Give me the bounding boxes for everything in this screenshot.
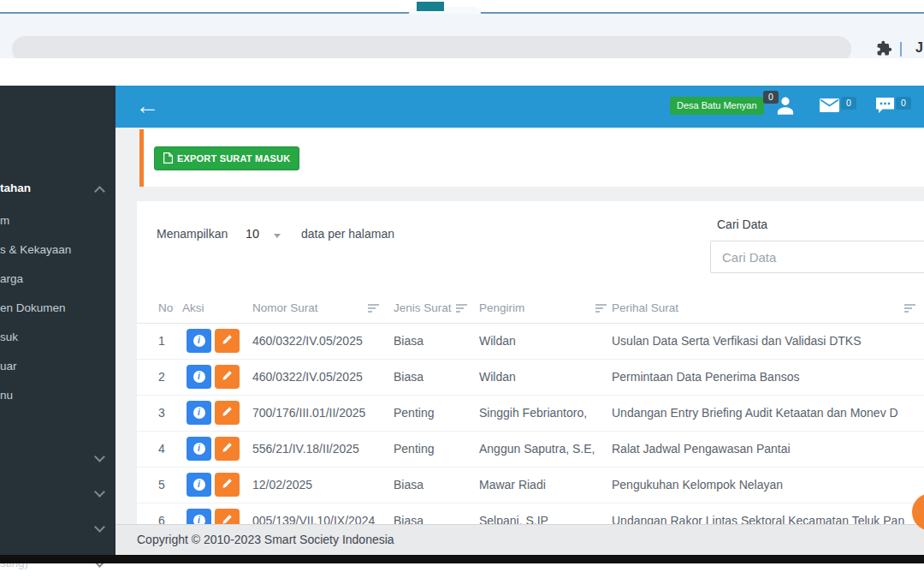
export-panel: EXPORT SURAT MASUK — [139, 129, 924, 187]
cell-nomor: 005/139/VII.10/IX/2024 — [252, 514, 375, 524]
table-row: 1 i 460/0322/IV.05/2025 Biasa Wildan Usu… — [137, 323, 924, 360]
table-row: 2 i 460/0322/IV.05/2025 Biasa Wildan Per… — [137, 359, 924, 396]
row-number: 1 — [158, 334, 165, 348]
village-badge[interactable]: Desa Batu Menyan — [670, 97, 764, 115]
pencil-icon — [222, 370, 233, 384]
show-suffix-label: data per halaman — [301, 227, 394, 241]
bookmarks-bar: S — [0, 58, 924, 79]
sidebar-item[interactable]: uar — [0, 358, 17, 375]
cell-pengirim: Selpani, S.IP — [479, 514, 548, 524]
export-surat-masuk-button[interactable]: EXPORT SURAT MASUK — [154, 146, 299, 170]
sidebar-item[interactable]: en Dokumen — [0, 300, 66, 317]
detail-button[interactable]: i — [187, 473, 211, 497]
show-prefix-label: Menampilkan — [157, 227, 228, 241]
cell-perihal: Pengukuhan Kelompok Nelayan — [612, 478, 783, 492]
cell-pengirim: Mawar Riadi — [479, 478, 546, 492]
detail-button[interactable]: i — [187, 365, 211, 389]
cell-pengirim: Wildan — [479, 370, 516, 384]
cell-nomor: 460/0322/IV.05/2025 — [252, 370, 363, 384]
info-icon: i — [193, 407, 205, 419]
edit-button[interactable] — [215, 473, 240, 497]
window-bottom-edge — [0, 555, 924, 563]
detail-button[interactable]: i — [187, 401, 211, 425]
table-row: 4 i 556/21/IV.18/II/2025 Penting Anggun … — [137, 431, 924, 468]
chat-count-badge[interactable]: 0 — [896, 97, 911, 110]
row-number: 6 — [158, 514, 165, 524]
sidebar-item[interactable]: tahan — [0, 180, 31, 197]
col-header-aksi[interactable]: Aksi — [182, 301, 204, 314]
cell-perihal: Undangan Rakor Lintas Sektoral Kecamatan… — [612, 514, 904, 524]
caret-down-icon — [274, 234, 281, 238]
sidebar-item[interactable]: suk — [0, 329, 18, 346]
sidebar-item[interactable]: m — [0, 212, 9, 229]
cell-perihal: Ralat Jadwal Pengawasan Pantai — [612, 442, 791, 456]
sidebar-item[interactable]: s & Kekayaan — [0, 241, 71, 259]
cell-jenis: Penting — [394, 442, 434, 456]
user-count-badge[interactable]: 0 — [763, 91, 779, 104]
cell-jenis: Biasa — [394, 334, 424, 348]
cell-pengirim: Wildan — [479, 334, 516, 348]
col-header-nomor[interactable]: Nomor Surat — [252, 301, 318, 314]
detail-button[interactable]: i — [187, 329, 211, 353]
sort-icon[interactable] — [595, 304, 607, 314]
profile-avatar[interactable]: J — [915, 40, 923, 56]
edit-button[interactable] — [215, 365, 240, 389]
edit-button[interactable] — [215, 509, 240, 524]
row-number: 3 — [158, 406, 165, 420]
pencil-icon — [222, 478, 233, 492]
pencil-icon — [222, 514, 233, 524]
col-header-perihal[interactable]: Perihal Surat — [612, 301, 678, 314]
tab-favicon — [417, 2, 444, 11]
mail-icon[interactable] — [820, 98, 839, 116]
cell-jenis: Biasa — [394, 370, 424, 384]
browser-tab-strip — [0, 0, 924, 14]
surat-masuk-card: Menampilkan 10 data per halaman Cari Dat… — [137, 201, 924, 524]
extensions-icon[interactable] — [876, 40, 892, 60]
chevron-up-icon — [94, 186, 105, 197]
cell-nomor: 460/0322/IV.05/2025 — [252, 334, 363, 348]
sidebar: tahan m s & Kekayaan arga en Dokumen suk… — [0, 86, 116, 555]
sidebar-item[interactable]: nu — [0, 387, 13, 404]
browser-toolbar: si.panda.id/surat_masuk/view ☆ J — [0, 14, 924, 58]
search-label: Cari Data — [717, 217, 767, 231]
search-input[interactable] — [710, 241, 924, 273]
info-icon: i — [193, 335, 205, 347]
row-number: 2 — [158, 370, 165, 384]
info-icon: i — [193, 443, 205, 455]
row-number: 4 — [158, 442, 165, 456]
col-header-jenis[interactable]: Jenis Surat — [394, 301, 452, 314]
cell-nomor: 12/02/2025 — [252, 478, 312, 492]
detail-button[interactable]: i — [187, 437, 211, 461]
info-icon: i — [193, 479, 205, 491]
chevron-down-icon — [94, 486, 105, 498]
toolbar-divider — [900, 42, 902, 57]
table-row: 3 i 700/176/III.01/II/2025 Penting Singg… — [137, 395, 924, 432]
info-icon: i — [193, 371, 205, 383]
chevron-down-icon — [94, 451, 105, 462]
cell-perihal: Undangan Entry Briefing Audit Ketaatan d… — [612, 406, 898, 420]
page-size-select[interactable]: 10 — [240, 227, 291, 244]
chat-icon[interactable] — [876, 98, 894, 116]
sort-icon[interactable] — [456, 304, 468, 314]
edit-button[interactable] — [215, 437, 240, 461]
back-arrow-icon[interactable]: ← — [135, 92, 159, 120]
app-footer: Copyright © 2010-2023 Smart Society Indo… — [116, 524, 924, 556]
mail-count-badge[interactable]: 0 — [841, 97, 856, 110]
sidebar-item[interactable]: arga — [0, 271, 23, 288]
cell-nomor: 556/21/IV.18/II/2025 — [252, 442, 359, 456]
app-header: ← Desa Batu Menyan 0 0 0 — [116, 86, 924, 128]
row-number: 5 — [158, 478, 165, 492]
edit-button[interactable] — [215, 401, 240, 425]
detail-button[interactable]: i — [187, 509, 211, 524]
cell-jenis: Penting — [394, 406, 434, 420]
sort-icon[interactable] — [368, 304, 380, 314]
sort-icon[interactable] — [904, 304, 916, 314]
table-row: 5 i 12/02/2025 Biasa Mawar Riadi Penguku… — [137, 467, 924, 504]
col-header-pengirim[interactable]: Pengirim — [479, 301, 524, 314]
pencil-icon — [222, 406, 233, 420]
pencil-icon — [222, 334, 233, 348]
cell-perihal: Permintaan Data Penerima Bansos — [612, 370, 799, 384]
col-header-no[interactable]: No — [158, 301, 173, 314]
cell-jenis: Biasa — [394, 478, 424, 492]
edit-button[interactable] — [215, 329, 240, 353]
